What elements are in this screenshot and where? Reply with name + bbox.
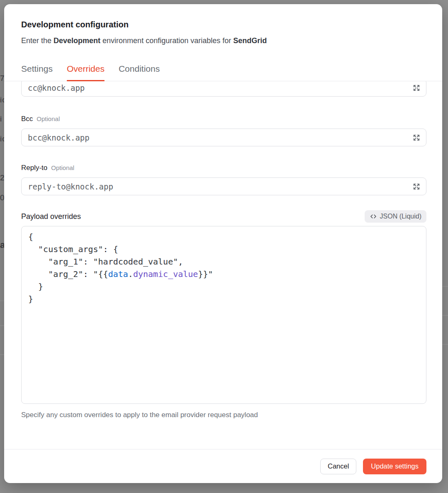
code-line: "custom_args": { — [28, 243, 419, 255]
payload-helper-text: Specify any custom overrides to apply to… — [21, 410, 426, 420]
reply-to-label: Reply-to Optional — [21, 164, 426, 172]
cc-input-box — [21, 81, 426, 97]
reply-to-input-box — [21, 177, 426, 195]
backdrop-text-fragment: ic — [0, 134, 4, 143]
provider-name: SendGrid — [233, 36, 267, 45]
backdrop-row-line — [442, 315, 448, 316]
expand-icon — [412, 182, 421, 191]
language-badge-label: JSON (Liquid) — [380, 213, 421, 220]
optional-hint: Optional — [37, 115, 60, 122]
optional-hint: Optional — [51, 164, 74, 171]
cc-input[interactable] — [22, 81, 426, 96]
dimmed-page-left-edge: 7iciic20a — [0, 0, 4, 493]
dialog-subtitle: Enter the Development environment config… — [21, 36, 426, 46]
bcc-input-box — [21, 129, 426, 146]
code-line: } — [28, 293, 419, 305]
bcc-input[interactable] — [22, 129, 426, 146]
expand-bcc-button[interactable] — [412, 133, 421, 142]
environment-name: Development — [54, 36, 100, 45]
backdrop-text-fragment: ic — [0, 95, 4, 104]
backdrop-row-line — [0, 325, 4, 326]
code-line: { — [28, 231, 419, 243]
tab-settings[interactable]: Settings — [21, 64, 53, 81]
bcc-label: Bcc Optional — [21, 115, 426, 123]
backdrop-text-fragment: a — [0, 240, 4, 250]
backdrop-text-fragment: i — [0, 114, 2, 124]
dialog-title: Development configuration — [21, 19, 426, 30]
backdrop-row-line — [442, 286, 448, 287]
update-settings-button[interactable]: Update settings — [363, 459, 426, 474]
backdrop-row-line — [0, 301, 4, 301]
expand-reply-to-button[interactable] — [412, 182, 421, 191]
development-configuration-dialog: Development configuration Enter the Deve… — [4, 4, 442, 483]
cancel-button[interactable]: Cancel — [320, 459, 356, 474]
backdrop-text-fragment: 7 — [0, 74, 4, 83]
backdrop-row-line — [0, 355, 4, 355]
tab-overrides[interactable]: Overrides — [67, 64, 105, 81]
tab-conditions[interactable]: Conditions — [119, 64, 160, 81]
code-line: "arg_1": "hardcoded_value", — [28, 255, 419, 268]
dialog-footer: Cancel Update settings — [4, 449, 442, 483]
payload-overrides-label: Payload overrides — [21, 212, 81, 221]
dialog-tabs: SettingsOverridesConditions — [4, 64, 442, 81]
cc-field-clipped — [21, 81, 426, 97]
code-line: "arg_2": "{{data.dynamic_value}}" — [28, 268, 419, 280]
payload-overrides-header: Payload overrides JSON (Liquid) — [21, 210, 426, 223]
reply-to-input[interactable] — [22, 178, 426, 195]
expand-cc-button[interactable] — [412, 83, 421, 92]
json-liquid-badge: JSON (Liquid) — [365, 210, 426, 223]
backdrop-text-fragment: 0 — [0, 193, 4, 202]
code-line: } — [28, 280, 419, 293]
dialog-header: Development configuration Enter the Deve… — [4, 4, 442, 46]
overrides-tab-panel: Bcc Optional Reply-to Optional — [4, 81, 442, 449]
expand-icon — [412, 134, 421, 142]
backdrop-row-line — [442, 344, 448, 345]
code-icon — [370, 213, 377, 220]
expand-icon — [412, 84, 421, 92]
payload-overrides-editor[interactable]: { "custom_args": { "arg_1": "hardcoded_v… — [21, 226, 426, 404]
backdrop-text-fragment: 2 — [0, 173, 4, 182]
